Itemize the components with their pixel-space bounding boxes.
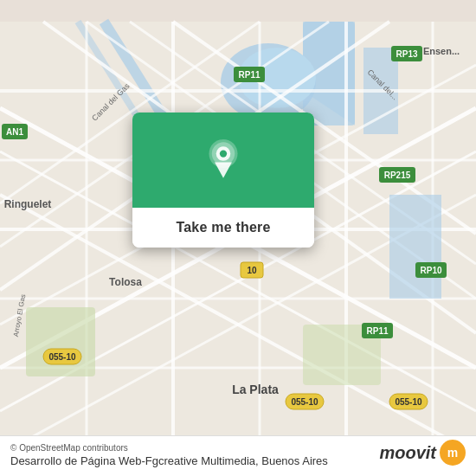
svg-text:055-10: 055-10	[291, 397, 318, 407]
svg-text:Tolosa: Tolosa	[109, 276, 142, 288]
svg-text:Ringuelet: Ringuelet	[4, 198, 52, 210]
moovit-icon: m	[440, 440, 466, 466]
svg-text:RP11: RP11	[238, 70, 260, 80]
svg-rect-32	[26, 307, 95, 376]
map-container: RP11 RP13 RP215 RP10 RP11 055-10 055-10 …	[0, 0, 476, 476]
svg-point-65	[220, 150, 227, 157]
popup-card: Take me there	[132, 113, 314, 248]
moovit-text: moovit	[379, 443, 436, 463]
moovit-logo: moovit m	[379, 440, 466, 466]
svg-text:RP215: RP215	[384, 170, 411, 180]
svg-text:RP13: RP13	[396, 49, 417, 59]
svg-text:055-10: 055-10	[48, 352, 76, 362]
title-line2: Buenos Aires	[261, 454, 328, 467]
location-pin-icon	[203, 139, 244, 181]
svg-text:m: m	[447, 446, 458, 460]
take-me-there-button[interactable]: Take me there	[132, 208, 314, 248]
svg-marker-66	[215, 162, 232, 177]
svg-text:AN1: AN1	[6, 127, 23, 137]
title-line1: Desarrollo de Página Web-Fgcreative Mult…	[10, 454, 259, 467]
svg-text:Ensen...: Ensen...	[423, 46, 460, 56]
svg-text:055-10: 055-10	[395, 397, 422, 407]
svg-text:RP10: RP10	[420, 266, 441, 275]
svg-rect-34	[389, 195, 441, 299]
svg-text:10: 10	[247, 266, 257, 275]
svg-text:La Plata: La Plata	[232, 383, 279, 396]
svg-text:RP11: RP11	[366, 326, 388, 336]
popup-header	[132, 113, 314, 208]
